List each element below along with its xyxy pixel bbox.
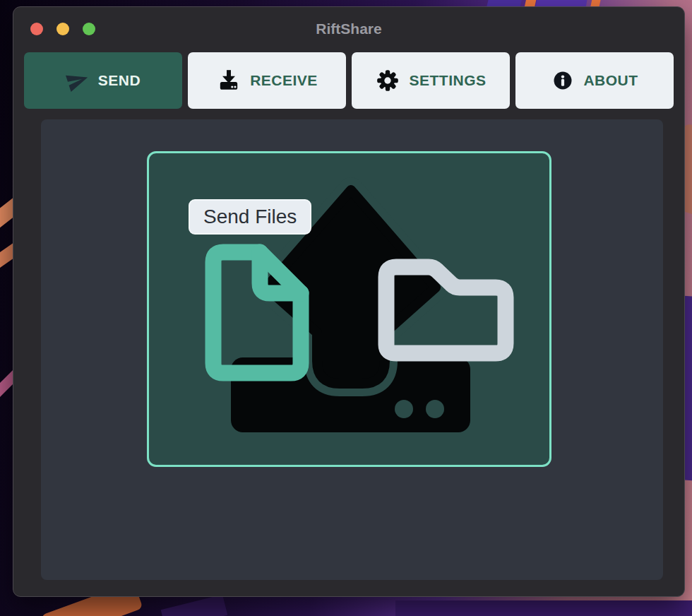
tab-label: SEND [98,72,141,89]
tab-receive[interactable]: RECEIVE [188,52,346,109]
tab-send[interactable]: SEND [24,52,182,109]
tab-label: RECEIVE [250,72,318,89]
info-circle-icon [551,69,575,93]
riftshare-window: RiftShare SEND [13,6,685,597]
zoom-button[interactable] [83,23,95,35]
download-tray-icon [216,68,241,93]
send-view-panel: Send Files [41,119,663,580]
send-files-label: Send Files [189,199,311,235]
tab-about[interactable]: ABOUT [515,52,674,109]
window-title: RiftShare [316,20,381,37]
gear-icon [375,68,400,93]
wallpaper-shape [161,595,228,616]
desktop: RiftShare SEND [0,0,692,616]
tab-label: ABOUT [583,72,638,89]
window-controls [30,7,95,51]
send-files-dropzone[interactable]: Send Files [147,151,551,467]
titlebar[interactable]: RiftShare [13,7,684,51]
close-button[interactable] [30,23,43,35]
tab-settings[interactable]: SETTINGS [352,52,510,109]
wallpaper-shape [395,600,692,616]
minimize-button[interactable] [56,23,69,35]
paper-plane-icon [66,69,90,93]
tab-bar: SEND RECEIVE [13,51,684,109]
tab-label: SETTINGS [409,72,486,89]
